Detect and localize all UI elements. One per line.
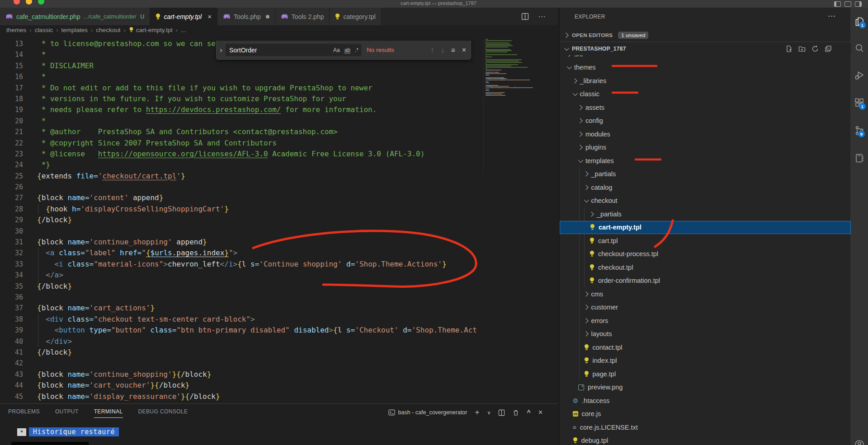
new-terminal-icon[interactable]: + (475, 408, 479, 417)
code-content[interactable]: 13 * to license@prestashop.com so we can… (0, 38, 477, 402)
tree-item-cart-empty.tpl[interactable]: cart-empty.tpl (560, 221, 851, 234)
tree-item-page.tpl[interactable]: page.tpl (560, 367, 851, 381)
tree-item-catalog[interactable]: catalog (560, 181, 851, 194)
find-input[interactable] (226, 46, 321, 54)
new-folder-icon[interactable] (798, 45, 806, 52)
code-line-41[interactable]: 41{/block} (0, 347, 477, 358)
maximize-panel-icon[interactable]: ^ (527, 409, 530, 416)
tree-item-templates[interactable]: templates (560, 154, 851, 168)
code-line-28[interactable]: 28 {hook h='displayCrossSellingShoppingC… (0, 204, 477, 215)
split-terminal-icon[interactable] (498, 409, 505, 416)
whole-word-icon[interactable]: ab (344, 47, 350, 53)
code-line-22[interactable]: 22 * @copyright Since 2007 PrestaShop SA… (0, 138, 477, 149)
tree-item-_partials[interactable]: _partials (560, 207, 851, 221)
tree-item-plugins[interactable]: plugins (560, 141, 851, 155)
code-line-20[interactable]: 20 * (0, 116, 477, 126)
editor-more-actions-icon[interactable]: ··· (538, 12, 546, 21)
refresh-icon[interactable] (811, 45, 819, 52)
code-line-30[interactable]: 30 (0, 226, 477, 237)
search-icon[interactable] (854, 43, 865, 54)
tree-item-contact.tpl[interactable]: contact.tpl (560, 341, 851, 354)
find-previous-icon[interactable]: ↑ (430, 46, 434, 54)
code-line-27[interactable]: 27{block name='content' append} (0, 192, 477, 203)
code-editor[interactable]: 13 * to license@prestashop.com so we can… (0, 34, 557, 403)
run-debug-icon[interactable] (854, 70, 865, 81)
match-case-icon[interactable]: Aa (333, 47, 340, 53)
tree-item-errors[interactable]: errors (560, 314, 851, 328)
tree-item-cms[interactable]: cms (560, 287, 851, 301)
zoom-window-icon[interactable] (38, 0, 44, 5)
code-line-40[interactable]: 40 </div> (0, 336, 477, 347)
code-line-18[interactable]: 18 * versions in the future. If you wish… (0, 94, 477, 104)
breadcrumb-item[interactable]: templates (61, 27, 88, 33)
code-line-45[interactable]: 45{block name='display_reassurance'}{/bl… (0, 391, 477, 402)
code-line-17[interactable]: 17 * Do not edit or add to this file if … (0, 83, 477, 94)
new-file-icon[interactable] (785, 45, 793, 52)
find-in-selection-icon[interactable]: ≡ (451, 46, 455, 54)
tree-item-checkout.tpl[interactable]: checkout.tpl (560, 261, 851, 274)
close-window-icon[interactable] (14, 0, 20, 5)
code-line-37[interactable]: 37{block name='cart_actions'} (0, 303, 477, 314)
close-panel-icon[interactable]: × (538, 408, 542, 417)
panel-tab-output[interactable]: OUTPUT (55, 408, 79, 418)
tree-item-core.js[interactable]: JScore.js (560, 408, 851, 421)
breadcrumb-item[interactable]: classic (35, 27, 53, 33)
tree-item-layouts[interactable]: layouts (560, 328, 851, 341)
code-line-39[interactable]: 39 <button type="button" class="btn btn-… (0, 325, 477, 336)
code-line-16[interactable]: 16 * (0, 71, 477, 82)
explorer-more-icon[interactable]: ⋯ (828, 11, 835, 21)
tree-item-.htaccess[interactable]: ⚙.htaccess (560, 394, 851, 408)
tab-category.tpl[interactable]: category.tpl (330, 8, 381, 25)
code-line-38[interactable]: 38 <div class="checkout text-sm-center c… (0, 314, 477, 325)
code-line-26[interactable]: 26 (0, 182, 477, 192)
code-line-21[interactable]: 21 * @author PrestaShop SA and Contribut… (0, 126, 477, 137)
code-line-43[interactable]: 43{block name='continue_shopping'}{/bloc… (0, 369, 477, 380)
tree-item-cart.tpl[interactable]: cart.tpl (560, 234, 851, 248)
tree-item-core.js.LICENSE.txt[interactable]: ≡core.js.LICENSE.txt (560, 421, 851, 434)
tree-item-index.tpl[interactable]: index.tpl (560, 354, 851, 368)
tree-item-assets[interactable]: assets (560, 101, 851, 114)
breadcrumb-item[interactable]: checkout (96, 27, 120, 33)
tree-item-classic[interactable]: classic (560, 88, 851, 101)
panel-tab-terminal[interactable]: TERMINAL (94, 408, 123, 418)
code-line-42[interactable]: 42 (0, 358, 477, 369)
split-editor-icon[interactable] (521, 13, 529, 20)
breadcrumb[interactable]: themes›classic›templates›checkout›cart-e… (0, 25, 557, 34)
kill-terminal-icon[interactable] (513, 409, 519, 416)
close-tab-icon[interactable]: × (208, 13, 212, 20)
tree-item-checkout[interactable]: checkout (560, 194, 851, 208)
account-icon[interactable] (854, 439, 865, 445)
panel-tab-debug-console[interactable]: DEBUG CONSOLE (138, 408, 188, 418)
code-line-32[interactable]: 32 <a class="label" href="{$urls.pages.i… (0, 248, 477, 258)
open-editors-section[interactable]: OPEN EDITORS 1 unsaved (560, 29, 851, 42)
tab-Tools 2.php[interactable]: Tools 2.php (275, 8, 330, 25)
code-line-34[interactable]: 34 </a> (0, 270, 477, 281)
code-line-35[interactable]: 35{/block} (0, 281, 477, 292)
tree-item-themes[interactable]: themes (560, 61, 851, 75)
tree-item-order-confirmation.tpl[interactable]: order-confirmation.tpl (560, 274, 851, 288)
breadcrumb-item[interactable]: ... (181, 27, 186, 33)
find-toggle-replace-icon[interactable]: › (217, 46, 226, 54)
toggle-secondary-sidebar-icon[interactable] (855, 1, 862, 7)
tab-cart-empty.tpl[interactable]: cart-empty.tpl× (150, 8, 217, 25)
tree-item-config[interactable]: config (560, 114, 851, 128)
tree-item-checkout-process.tpl[interactable]: checkout-process.tpl (560, 248, 851, 261)
project-section-header[interactable]: PRESTASHOP_1787 (560, 42, 851, 55)
code-line-24[interactable]: 24 *} (0, 159, 477, 170)
code-line-31[interactable]: 31{block name='continue_shopping' append… (0, 237, 477, 248)
toggle-sidebar-icon[interactable] (834, 1, 841, 7)
code-line-36[interactable]: 36 (0, 292, 477, 303)
code-line-15[interactable]: 15 * DISCLAIMER (0, 61, 477, 71)
notebook-icon[interactable] (854, 153, 865, 164)
code-line-23[interactable]: 23 * @license https://opensource.org/lic… (0, 149, 477, 159)
find-next-icon[interactable]: ↓ (441, 46, 444, 54)
minimize-window-icon[interactable] (26, 0, 32, 5)
toggle-panel-icon[interactable] (844, 1, 851, 7)
minimap[interactable] (483, 39, 547, 174)
code-line-33[interactable]: 33 <i class="material-icons">chevron_lef… (0, 259, 477, 270)
code-line-25[interactable]: 25{extends file='checkout/cart.tpl'} (0, 171, 477, 182)
find-close-icon[interactable]: × (462, 46, 466, 54)
tree-item-preview.png[interactable]: preview.png (560, 381, 851, 394)
tree-item-debug.tpl[interactable]: debug.tpl (560, 434, 851, 445)
collapse-folders-icon[interactable] (825, 45, 832, 52)
